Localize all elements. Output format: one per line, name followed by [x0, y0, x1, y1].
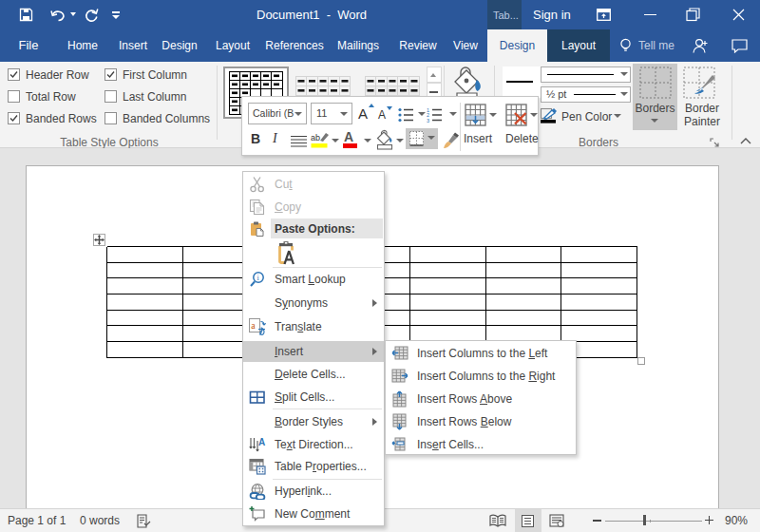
svg-text:3: 3: [427, 118, 429, 123]
svg-text:A: A: [258, 437, 265, 447]
svg-text:i: i: [256, 274, 259, 282]
svg-text:ab: ab: [311, 133, 320, 142]
svg-text:a: a: [251, 320, 256, 331]
